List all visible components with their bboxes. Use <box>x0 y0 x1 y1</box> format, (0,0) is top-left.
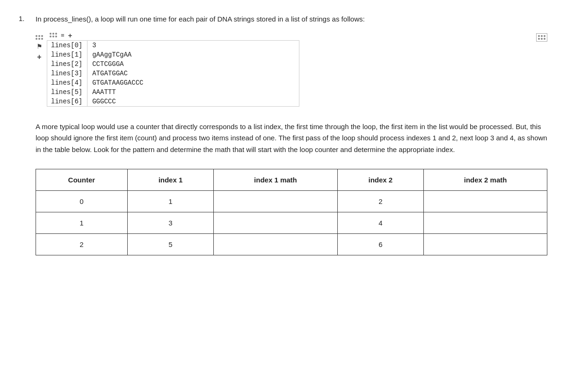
right-options-handle[interactable] <box>536 33 547 42</box>
table-cell <box>424 212 547 233</box>
table-cell <box>214 190 337 212</box>
table-header: Counterindex 1index 1 mathindex 2index 2… <box>36 169 547 191</box>
page-content: 1. In process_lines(), a loop will run o… <box>19 14 547 255</box>
code-value: GGGCCC <box>87 97 148 106</box>
code-row: lines[4]GTGATAAGGACCC <box>47 78 148 87</box>
item-body: In process_lines(), a loop will run one … <box>36 14 547 255</box>
table-cell: 3 <box>127 212 214 233</box>
table-cell <box>214 233 337 255</box>
code-value: CCTCGGGA <box>87 59 148 69</box>
table-cell <box>424 190 547 212</box>
code-key: lines[3] <box>47 69 87 78</box>
table-cell: 5 <box>127 233 214 255</box>
code-key: lines[2] <box>47 59 87 69</box>
code-value: 3 <box>87 41 148 50</box>
add-block-button[interactable]: + <box>37 53 41 61</box>
item-number: 1. <box>19 14 30 255</box>
top-drag-handle[interactable] <box>50 33 57 37</box>
item-intro: In process_lines(), a loop will run one … <box>36 14 547 25</box>
table-cell <box>214 212 337 233</box>
code-key: lines[0] <box>47 41 87 50</box>
table-col-header: index 1 <box>127 169 214 191</box>
table-cell: 4 <box>337 212 424 233</box>
table-body: 012134256 <box>36 190 547 255</box>
left-drag-handle[interactable] <box>36 35 43 40</box>
code-row: lines[5]AAATTT <box>47 87 148 97</box>
code-value: GTGATAAGGACCC <box>87 78 148 87</box>
code-key: lines[4] <box>47 78 87 87</box>
code-key: lines[5] <box>47 87 87 97</box>
outer-wrapper: ⚑ + ≡ + <box>36 31 547 108</box>
code-box: lines[0]3lines[1]gAAggTCgAAlines[2]CCTCG… <box>47 40 299 107</box>
table-col-header: index 1 math <box>214 169 337 191</box>
code-row: lines[1]gAAggTCgAA <box>47 50 148 59</box>
code-row: lines[6]GGGCCC <box>47 97 148 106</box>
numbered-item-1: 1. In process_lines(), a loop will run o… <box>19 14 547 255</box>
table-cell: 0 <box>36 190 127 212</box>
data-table-wrapper: Counterindex 1index 1 mathindex 2index 2… <box>36 169 547 255</box>
code-container: ≡ + lines[0]3lines[1]gAAggTCgAAlines[2]C… <box>47 31 532 108</box>
code-table: lines[0]3lines[1]gAAggTCgAAlines[2]CCTCG… <box>47 41 148 106</box>
table-cell: 2 <box>36 233 127 255</box>
flag-icon[interactable]: ⚑ <box>36 43 43 50</box>
right-toolbar <box>536 31 547 42</box>
add-line-button[interactable]: + <box>68 31 73 39</box>
data-table: Counterindex 1index 1 mathindex 2index 2… <box>36 169 547 255</box>
code-row: lines[2]CCTCGGGA <box>47 59 148 69</box>
left-toolbar: ⚑ + <box>36 31 43 61</box>
code-value: ATGATGGAC <box>87 69 148 78</box>
filter-icon[interactable]: ≡ <box>61 32 65 39</box>
table-cell: 1 <box>127 190 214 212</box>
table-cell: 6 <box>337 233 424 255</box>
code-key: lines[1] <box>47 50 87 59</box>
table-row: 012 <box>36 190 547 212</box>
code-row: lines[3]ATGATGGAC <box>47 69 148 78</box>
table-cell: 2 <box>337 190 424 212</box>
code-value: AAATTT <box>87 87 148 97</box>
table-cell <box>424 233 547 255</box>
top-toolbar: ≡ + <box>47 31 532 39</box>
table-row: 134 <box>36 212 547 233</box>
description-text: A more typical loop would use a counter … <box>36 121 547 156</box>
code-key: lines[6] <box>47 97 87 106</box>
table-cell: 1 <box>36 212 127 233</box>
code-row: lines[0]3 <box>47 41 148 50</box>
table-col-header: index 2 <box>337 169 424 191</box>
table-row: 256 <box>36 233 547 255</box>
code-value: gAAggTCgAA <box>87 50 148 59</box>
table-col-header: index 2 math <box>424 169 547 191</box>
table-col-header: Counter <box>36 169 127 191</box>
